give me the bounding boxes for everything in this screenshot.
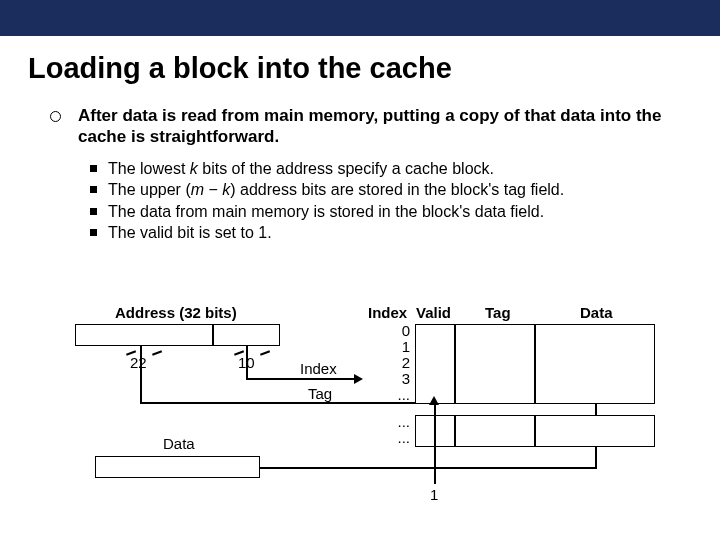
data-box: [95, 456, 260, 478]
wire-data-h: [260, 467, 595, 469]
wire-index-v: [246, 346, 248, 378]
sub-bullet-3: The data from main memory is stored in t…: [90, 201, 680, 223]
row-5: ...: [390, 413, 410, 430]
main-bullet: After data is read from main memory, put…: [60, 105, 680, 148]
content-area: After data is read from main memory, put…: [0, 95, 720, 244]
slide-title: Loading a block into the cache: [0, 36, 720, 95]
tag-bits-label: 22: [130, 354, 147, 371]
tag-wire-label: Tag: [308, 385, 332, 402]
col-tag-top: [455, 324, 535, 404]
address-label: Address (32 bits): [115, 304, 237, 321]
sub-bullet-1: The lowest k bits of the address specify…: [90, 158, 680, 180]
row-4: ...: [390, 386, 410, 403]
valid-one: 1: [430, 486, 438, 503]
sub-bullet-list: The lowest k bits of the address specify…: [60, 158, 680, 244]
row-6: ...: [390, 429, 410, 446]
hdr-index: Index: [368, 304, 407, 321]
wire-tag-v: [140, 346, 142, 402]
row-3: 3: [390, 370, 410, 387]
address-divider: [212, 324, 214, 346]
wire-valid-v: [434, 404, 436, 484]
wire-index-h: [246, 378, 354, 380]
col-tag-bot: [455, 415, 535, 447]
sub-bullet-4: The valid bit is set to 1.: [90, 222, 680, 244]
sub-bullet-2: The upper (m − k) address bits are store…: [90, 179, 680, 201]
row-2: 2: [390, 354, 410, 371]
data-box-label: Data: [163, 435, 195, 452]
hdr-valid: Valid: [416, 304, 451, 321]
top-banner: [0, 0, 720, 36]
arrowhead-index: [354, 374, 363, 384]
col-valid-top: [415, 324, 455, 404]
hdr-tag: Tag: [485, 304, 511, 321]
hdr-data: Data: [580, 304, 613, 321]
address-box: [75, 324, 280, 346]
col-data-top: [535, 324, 655, 404]
arrowhead-valid: [429, 396, 439, 405]
tick-2: [152, 350, 162, 355]
tick-4: [260, 350, 270, 355]
diagram-area: Address (32 bits) 22 10 Index Tag Data I…: [0, 300, 720, 530]
index-wire-label: Index: [300, 360, 337, 377]
col-data-bot: [535, 415, 655, 447]
row-0: 0: [390, 322, 410, 339]
row-1: 1: [390, 338, 410, 355]
